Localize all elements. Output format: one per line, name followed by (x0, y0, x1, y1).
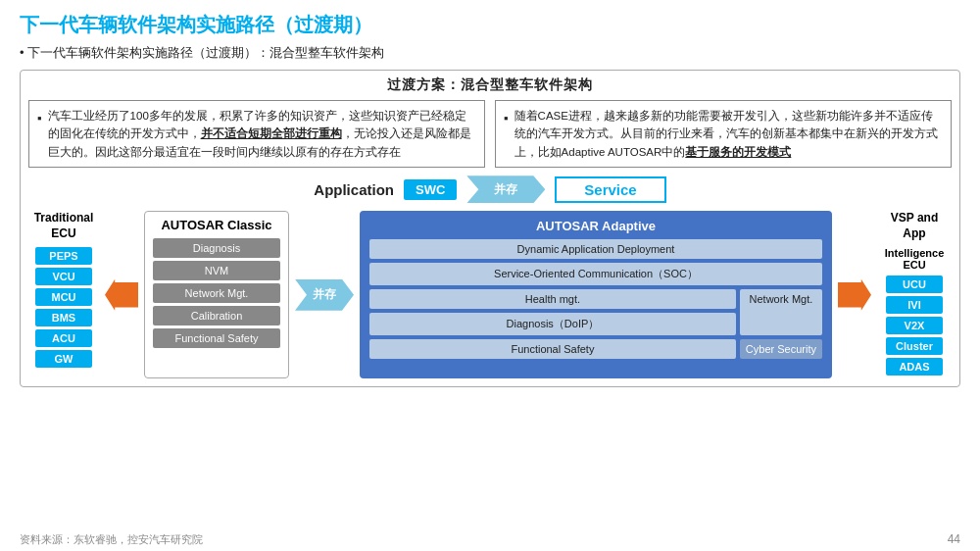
page-number: 44 (948, 532, 960, 547)
classic-nvm: NVM (153, 261, 280, 280)
ecu-badge-gw: GW (35, 350, 92, 368)
app-service-row: Application SWC 并存 Service (28, 175, 952, 203)
adaptive-left-col: Health mgt. Diagnosis（DoIP） Functional S… (369, 289, 736, 359)
adaptive-network-mgt: Network Mgt. (740, 289, 822, 335)
right-arrow-icon (838, 279, 871, 311)
source-label: 资料来源：东软睿驰，控安汽车研究院 (20, 532, 203, 547)
desc-right-text: 随着CASE进程，越来越多新的功能需要被开发引入，这些新功能许多并不适应传统的汽… (514, 107, 943, 161)
page-title: 下一代车辆软件架构实施路径（过渡期） (20, 12, 960, 38)
ecu-badge-peps: PEPS (35, 247, 92, 265)
coexist-arrow: 并存 (466, 175, 545, 203)
bottom-row: TraditionalECU PEPS VCU MCU BMS ACU GW A… (28, 211, 952, 378)
vsp-badge-ivi: IVI (886, 296, 943, 314)
autosar-adaptive-box: AUTOSAR Adaptive Dynamic Application Dep… (360, 211, 832, 378)
adaptive-diagnosis-doip: Diagnosis（DoIP） (369, 313, 736, 335)
desc-box-right: ▪ 随着CASE进程，越来越多新的功能需要被开发引入，这些新功能许多并不适应传统… (495, 100, 952, 168)
app-label: Application (314, 181, 394, 198)
mid-arrow-icon: 并存 (295, 279, 354, 311)
adaptive-soc: Service-Oriented Communication（SOC） (369, 263, 822, 285)
mid-coexist-label: 并存 (313, 286, 336, 303)
desc-left-text: 汽车工业经历了100多年的发展，积累了许多的知识资产，这些知识资产已经稳定的固化… (48, 107, 476, 161)
bullet-left: ▪ (37, 109, 42, 129)
main-content-box: 过渡方案：混合型整车软件架构 ▪ 汽车工业经历了100多年的发展，积累了许多的知… (20, 70, 960, 387)
classic-calibration: Calibration (153, 306, 280, 326)
top-desc-row: ▪ 汽车工业经历了100多年的发展，积累了许多的知识资产，这些知识资产已经稳定的… (28, 100, 952, 168)
main-box-title: 过渡方案：混合型整车软件架构 (28, 76, 952, 94)
autosar-classic-box: AUTOSAR Classic Diagnosis NVM Network Mg… (144, 211, 289, 378)
desc-box-left: ▪ 汽车工业经历了100多年的发展，积累了许多的知识资产，这些知识资产已经稳定的… (28, 100, 485, 168)
left-to-classic-arrow (105, 211, 138, 378)
subtitle: • 下一代车辆软件架构实施路径（过渡期）：混合型整车软件架构 (20, 44, 960, 62)
vsp-badge-ucu: UCU (886, 276, 943, 293)
adaptive-to-vsp-arrow (838, 211, 871, 378)
classic-functional-safety: Functional Safety (153, 328, 280, 348)
adaptive-cyber-security: Cyber Security (740, 339, 822, 359)
ecu-badge-bms: BMS (35, 309, 92, 326)
swc-badge: SWC (404, 179, 457, 200)
footer: 资料来源：东软睿驰，控安汽车研究院 44 (20, 532, 960, 547)
vsp-title: VSP andApp (891, 211, 938, 241)
adaptive-functional-safety: Functional Safety (369, 339, 736, 359)
adaptive-dynamic-deployment: Dynamic Application Deployment (369, 239, 822, 259)
adaptive-health-mgt: Health mgt. (369, 289, 736, 309)
left-arrow-icon (105, 279, 138, 311)
classic-network-mgt: Network Mgt. (153, 283, 280, 303)
adaptive-right-col: Network Mgt. Cyber Security (740, 289, 822, 359)
ecu-badge-acu: ACU (35, 329, 92, 347)
classic-diagnosis: Diagnosis (153, 238, 280, 258)
vsp-app-section: VSP andApp IntelligenceECU UCU IVI V2X C… (877, 211, 952, 378)
vsp-badge-v2x: V2X (886, 317, 943, 334)
mid-coexist-arrow: 并存 (295, 211, 354, 378)
service-label: Service (555, 176, 665, 203)
trad-ecu-title: TraditionalECU (34, 211, 94, 241)
adaptive-bottom-row: Health mgt. Diagnosis（DoIP） Functional S… (369, 289, 822, 359)
bullet-right: ▪ (504, 109, 509, 129)
classic-title: AUTOSAR Classic (153, 218, 280, 232)
vsp-badge-cluster: Cluster (886, 337, 943, 355)
vsp-badge-adas: ADAS (886, 358, 943, 376)
ecu-badge-mcu: MCU (35, 288, 92, 306)
traditional-ecu-section: TraditionalECU PEPS VCU MCU BMS ACU GW (28, 211, 99, 378)
coexist-label: 并存 (494, 181, 517, 198)
adaptive-title: AUTOSAR Adaptive (369, 219, 822, 233)
intelligence-ecu-label: IntelligenceECU (885, 247, 945, 271)
ecu-badge-vcu: VCU (35, 268, 92, 285)
